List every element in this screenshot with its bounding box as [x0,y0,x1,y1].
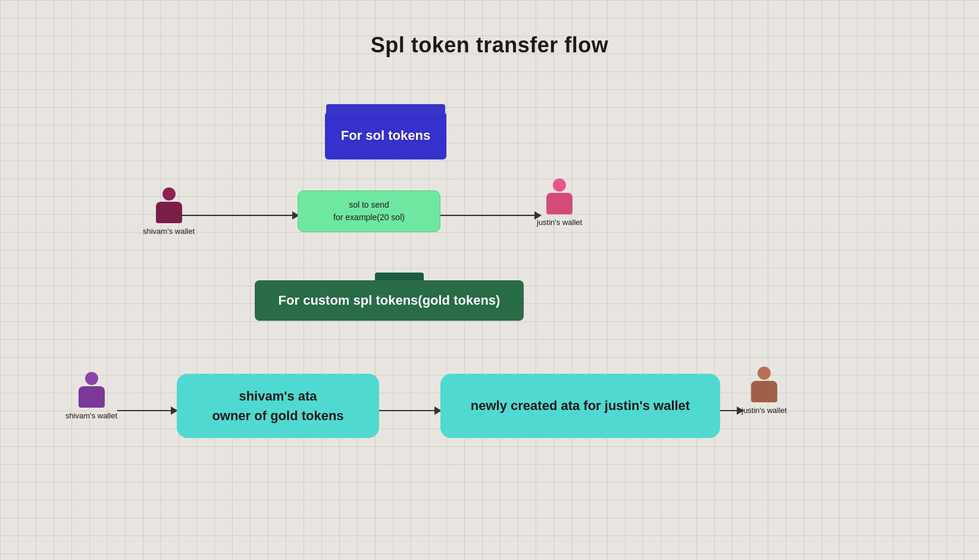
sol-main-label: For sol tokens [341,128,430,143]
justin-bottom-figure [747,367,781,402]
justin-bottom-head [758,367,771,380]
arrow-shivam-bottom-to-ata [117,406,178,415]
shivam-bottom-head [85,372,98,385]
spl-main-box: For custom spl tokens(gold tokens) [255,280,524,321]
justin-top-head [553,179,566,192]
shivam-bottom-wallet: shivam's wallet [65,372,117,420]
shivam-bottom-label: shivam's wallet [65,411,117,420]
sol-main-box: For sol tokens [325,112,446,159]
shivam-ata-line1: shivam's ata [239,386,317,406]
shivam-ata-box: shivam's ata owner of gold tokens [177,374,379,438]
justin-top-wallet: justin's wallet [537,179,582,227]
shivam-ata-line2: owner of gold tokens [212,406,343,426]
arrow-shivam-to-sol-transfer [180,211,299,220]
arrow-line [440,215,534,216]
shivam-top-body [156,202,182,223]
sol-transfer-line2: for example(20 sol) [333,211,405,224]
justin-top-figure [543,179,576,214]
justin-ata-box: newly created ata for justin's wallet [440,374,720,438]
justin-top-label: justin's wallet [537,218,582,227]
justin-bottom-label: justin's wallet [742,406,787,415]
arrow-sol-to-justin [440,211,542,220]
arrow-justin-ata-to-justin [720,406,744,415]
arrow-line [117,410,171,411]
spl-main-label: For custom spl tokens(gold tokens) [279,293,501,308]
justin-top-body [546,193,573,214]
arrow-line [379,410,434,411]
shivam-top-head [162,187,176,201]
arrow-line [720,410,737,411]
page-title: Spl token transfer flow [0,0,979,58]
sol-transfer-box: sol to send for example(20 sol) [298,190,440,232]
justin-ata-label: newly created ata for justin's wallet [471,398,690,414]
shivam-top-label: shivam's wallet [143,227,195,236]
sol-tab-decoration [326,104,445,114]
arrow-ata-to-justin-ata [379,406,442,415]
arrow-line [180,215,292,216]
justin-bottom-body [751,381,777,402]
sol-transfer-line1: sol to send [349,199,389,211]
shivam-bottom-body [79,386,105,408]
justin-bottom-wallet: justin's wallet [742,367,787,415]
shivam-bottom-figure [75,372,108,408]
